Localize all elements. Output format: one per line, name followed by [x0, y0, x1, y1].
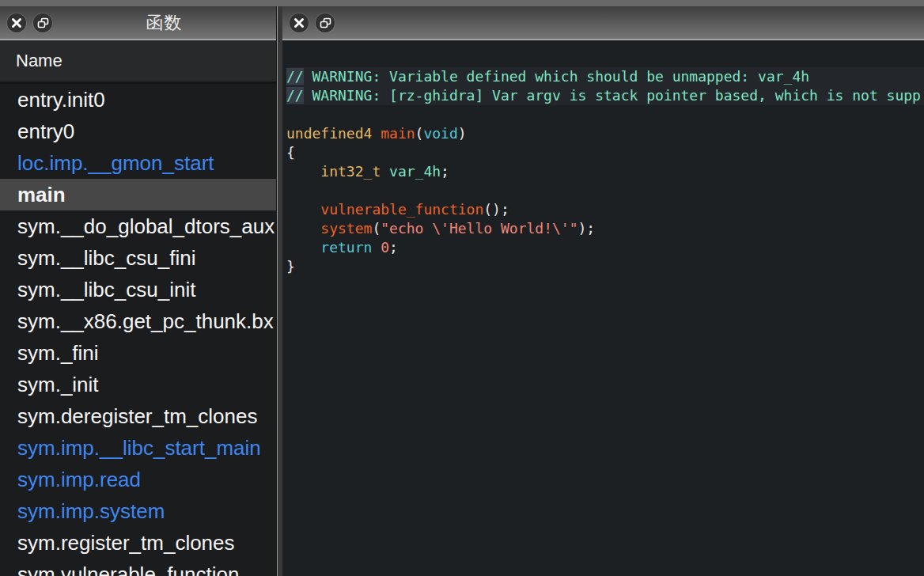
function-name: main	[17, 183, 66, 207]
function-list-item[interactable]: sym.imp.__libc_start_main	[0, 432, 276, 464]
function-list-item[interactable]: sym.imp.read	[0, 464, 276, 495]
code-token: (	[372, 220, 381, 237]
close-icon	[293, 17, 305, 28]
function-name: sym._init	[17, 373, 99, 397]
code-line[interactable]: {	[286, 143, 924, 162]
code-token	[286, 239, 320, 256]
code-token: ;	[441, 163, 449, 180]
function-name: sym.vulnerable_function	[17, 563, 239, 576]
code-token: system	[320, 220, 372, 237]
undock-icon	[36, 17, 49, 29]
decompiler-panel: // WARNING: Variable defined which shoul…	[282, 6, 924, 576]
code-token	[286, 163, 320, 180]
function-name: sym.imp.__libc_start_main	[17, 436, 261, 460]
code-token	[381, 163, 389, 180]
code-token: "echo \'Hello World!\'"	[381, 220, 578, 237]
code-line[interactable]: system("echo \'Hello World!\'");	[286, 219, 924, 238]
code-token: WARNING: [rz-ghidra] Var argv is stack p…	[304, 87, 921, 104]
code-token	[286, 201, 320, 218]
code-token: }	[286, 258, 295, 275]
function-name: entry.init0	[17, 88, 105, 112]
code-token: ();	[483, 201, 509, 218]
function-name: sym.__libc_csu_fini	[17, 246, 195, 271]
functions-panel-titlebar: 函数	[0, 6, 276, 40]
code-token	[286, 220, 320, 237]
code-token: int32_t	[320, 163, 381, 180]
code-token: 0	[381, 239, 389, 256]
code-line[interactable]	[286, 181, 924, 200]
function-list-item[interactable]: sym.__x86.get_pc_thunk.bx	[0, 305, 276, 337]
decompiler-code[interactable]: // WARNING: Variable defined which shoul…	[282, 40, 924, 576]
function-name: sym.imp.system	[17, 499, 165, 524]
function-name: sym.__do_global_dtors_aux	[17, 214, 275, 239]
code-token: ;	[389, 239, 398, 256]
panel-title: 函数	[52, 11, 276, 35]
function-list-item[interactable]: entry0	[0, 116, 276, 147]
code-line[interactable]: // WARNING: Variable defined which shoul…	[286, 67, 924, 86]
titlebar-buttons	[7, 13, 52, 32]
undock-button[interactable]	[33, 13, 52, 32]
function-list-item[interactable]: sym._init	[0, 369, 276, 400]
function-list-item[interactable]: loc.imp.__gmon_start	[0, 147, 276, 179]
undock-icon	[319, 17, 331, 29]
column-header-name[interactable]: Name	[0, 40, 276, 84]
code-token: void	[423, 125, 457, 142]
code-token: {	[286, 144, 295, 161]
close-button[interactable]	[290, 13, 309, 32]
function-name: sym.register_tm_clones	[17, 531, 235, 555]
function-list-item[interactable]: sym.deregister_tm_clones	[0, 400, 276, 432]
dock-area: 函数 Name entry.init0entry0loc.imp.__gmon_…	[0, 6, 924, 576]
code-token: )	[458, 125, 467, 142]
code-token: main	[381, 125, 415, 142]
code-token: return	[320, 239, 372, 256]
code-line[interactable]: // WARNING: [rz-ghidra] Var argv is stac…	[286, 86, 924, 105]
decompiler-panel-titlebar	[282, 6, 924, 40]
window-top-strip	[0, 0, 924, 6]
code-token	[372, 125, 381, 142]
function-list-item[interactable]: sym.vulnerable_function	[0, 559, 276, 576]
function-name: sym.deregister_tm_clones	[17, 404, 257, 429]
function-name: loc.imp.__gmon_start	[17, 151, 214, 176]
code-line[interactable]: int32_t var_4h;	[286, 162, 924, 181]
code-line[interactable]: undefined4 main(void)	[286, 124, 924, 143]
function-name: sym.__libc_csu_init	[17, 278, 195, 302]
function-list-item[interactable]: sym.__libc_csu_init	[0, 274, 276, 305]
code-token	[372, 239, 381, 256]
function-name: sym.__x86.get_pc_thunk.bx	[17, 309, 274, 334]
code-line[interactable]	[286, 105, 924, 124]
titlebar-buttons	[290, 13, 335, 32]
column-header-label: Name	[16, 51, 62, 71]
functions-panel: 函数 Name entry.init0entry0loc.imp.__gmon_…	[0, 6, 276, 576]
function-list-item[interactable]: sym.register_tm_clones	[0, 527, 276, 559]
function-list-item[interactable]: sym._fini	[0, 337, 276, 369]
code-line[interactable]: vulnerable_function();	[286, 200, 924, 219]
code-token: //	[286, 68, 304, 85]
code-token: );	[578, 220, 595, 237]
function-name: sym._fini	[17, 341, 99, 366]
code-token: //	[286, 87, 304, 104]
code-token: vulnerable_function	[320, 201, 483, 218]
panel-splitter[interactable]	[276, 6, 282, 576]
function-list-item[interactable]: sym.__do_global_dtors_aux	[0, 210, 276, 242]
undock-button[interactable]	[316, 13, 335, 32]
function-name: entry0	[17, 119, 74, 144]
close-icon	[11, 17, 22, 28]
code-token: WARNING: Variable defined which should b…	[304, 68, 809, 85]
function-list-item[interactable]: sym.__libc_csu_fini	[0, 242, 276, 274]
function-list[interactable]: entry.init0entry0loc.imp.__gmon_startmai…	[0, 84, 276, 576]
code-token: undefined4	[286, 125, 372, 142]
function-list-item[interactable]: main	[0, 179, 276, 210]
code-token: (	[415, 125, 424, 142]
code-token: var_4h	[389, 163, 441, 180]
function-name: sym.imp.read	[17, 468, 141, 492]
close-button[interactable]	[7, 13, 26, 32]
function-list-item[interactable]: entry.init0	[0, 84, 276, 116]
code-line[interactable]: }	[286, 257, 924, 276]
function-list-item[interactable]: sym.imp.system	[0, 495, 276, 527]
code-line[interactable]: return 0;	[286, 238, 924, 257]
